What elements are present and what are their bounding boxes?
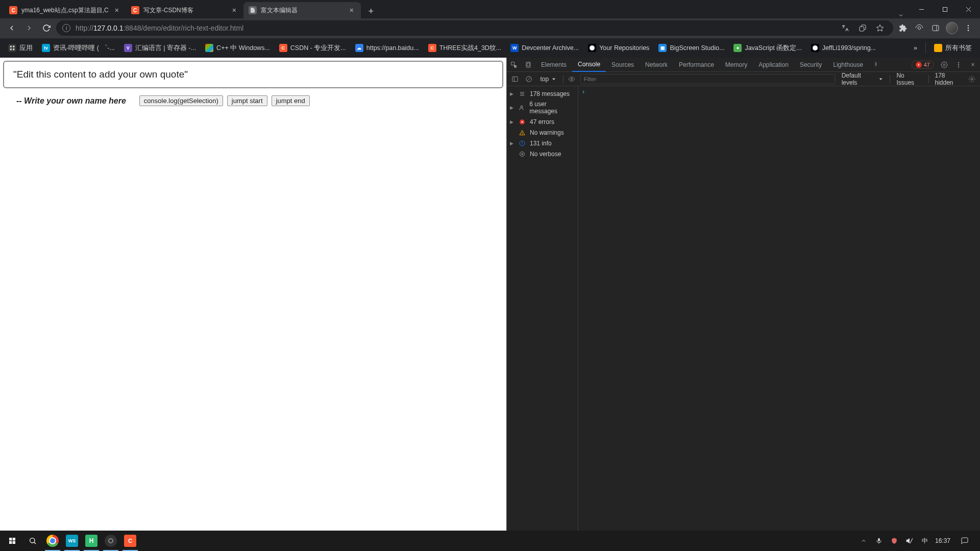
extensions-icon[interactable] bbox=[895, 20, 911, 36]
minimize-button[interactable] bbox=[910, 0, 933, 18]
taskbar-app-obs[interactable] bbox=[101, 531, 120, 551]
favicon bbox=[249, 6, 257, 14]
live-expression-icon[interactable] bbox=[567, 76, 577, 83]
close-icon[interactable]: × bbox=[230, 6, 238, 14]
maximize-button[interactable] bbox=[933, 0, 957, 18]
bookmark-overflow-icon[interactable]: » bbox=[910, 42, 921, 54]
bookmark-star-icon[interactable] bbox=[873, 21, 887, 35]
log-selection-button[interactable]: console.log(getSelection) bbox=[139, 95, 223, 106]
sidebar-row-info[interactable]: ▶131 info bbox=[507, 138, 578, 148]
profile-avatar[interactable] bbox=[944, 20, 960, 36]
console-sidebar-toggle-icon[interactable] bbox=[510, 76, 521, 83]
tray-clock[interactable]: 16:37 bbox=[935, 537, 950, 544]
sidebar-row-messages[interactable]: ▶178 messages bbox=[507, 88, 578, 99]
tab-0[interactable]: C yma16_web站点,csp算法题目,C × bbox=[4, 2, 126, 18]
side-panel-icon[interactable] bbox=[928, 20, 943, 36]
author-text[interactable]: -- Write your own name here bbox=[16, 96, 126, 106]
close-icon[interactable]: × bbox=[113, 6, 121, 14]
close-icon[interactable]: × bbox=[348, 6, 356, 14]
sidebar-row-verbose[interactable]: No verbose bbox=[507, 148, 578, 159]
devtools-menu-icon[interactable] bbox=[951, 61, 966, 68]
tray-mic-icon[interactable] bbox=[874, 536, 884, 546]
device-toggle-icon[interactable] bbox=[521, 61, 535, 68]
devtools-tab-network[interactable]: Network bbox=[640, 58, 673, 72]
devtools-settings-icon[interactable] bbox=[937, 61, 951, 68]
jump-start-button[interactable]: jumpt start bbox=[227, 95, 267, 106]
tray-ime[interactable]: 中 bbox=[920, 536, 930, 546]
bookmark-item[interactable]: CTHREE实战4_3D纹... bbox=[424, 42, 506, 55]
bookmark-item[interactable]: CCSDN - 专业开发... bbox=[275, 42, 350, 55]
reload-button[interactable] bbox=[39, 20, 54, 36]
taskbar-app-chrome[interactable] bbox=[43, 531, 62, 551]
bookmark-item[interactable]: ▣BigScreen Studio... bbox=[654, 42, 728, 54]
address-bar[interactable]: i http://127.0.0.1:8848/demo/editor/rich… bbox=[56, 20, 893, 36]
taskbar-app-csdn[interactable]: C bbox=[120, 531, 140, 551]
devtools-tab-application[interactable]: Application bbox=[753, 58, 794, 72]
tray-security-icon[interactable] bbox=[889, 536, 899, 546]
svg-rect-18 bbox=[527, 63, 530, 66]
back-button[interactable] bbox=[4, 20, 19, 36]
devtools-tab-sources[interactable]: Sources bbox=[606, 58, 640, 72]
log-levels-selector[interactable]: Default levels bbox=[842, 72, 884, 86]
action-center-icon[interactable] bbox=[955, 531, 974, 551]
devtools-tab-performance[interactable]: Performance bbox=[673, 58, 720, 72]
share-icon[interactable] bbox=[855, 21, 870, 35]
forward-button[interactable] bbox=[21, 20, 37, 36]
devtools-tab-console[interactable]: Console bbox=[572, 58, 606, 72]
svg-point-22 bbox=[958, 66, 959, 67]
devtools-tab-elements[interactable]: Elements bbox=[535, 58, 572, 72]
close-window-button[interactable] bbox=[957, 0, 980, 18]
all-bookmarks-button[interactable]: 所有书签 bbox=[930, 42, 976, 55]
url-text: http://127.0.0.1:8848/demo/editor/rich-t… bbox=[76, 24, 243, 32]
more-tabs-icon[interactable] bbox=[869, 62, 883, 68]
svg-point-20 bbox=[958, 62, 959, 63]
quote-text: "Edit this content to add your own quote… bbox=[13, 69, 188, 80]
svg-line-53 bbox=[910, 538, 913, 543]
bookmark-item[interactable]: JeffLi1993/spring... bbox=[807, 42, 880, 54]
issues-count[interactable]: No Issues bbox=[896, 72, 922, 86]
sidebar-row-warnings[interactable]: No warnings bbox=[507, 127, 578, 138]
bookmark-item[interactable]: ☁https://pan.baidu... bbox=[351, 42, 423, 54]
menu-icon[interactable] bbox=[961, 20, 976, 36]
bookmark-item[interactable]: ●JavaScript 函数定... bbox=[729, 42, 805, 55]
start-button[interactable] bbox=[2, 531, 22, 551]
svg-rect-12 bbox=[10, 46, 12, 48]
bookmark-item[interactable]: WDevcenter Archive... bbox=[506, 42, 583, 54]
hidden-messages-count[interactable]: 178 hidden bbox=[935, 72, 963, 86]
devtools-close-icon[interactable]: × bbox=[966, 61, 980, 68]
context-selector[interactable]: top bbox=[537, 74, 560, 84]
svg-point-28 bbox=[571, 78, 573, 80]
console-settings-icon[interactable] bbox=[966, 76, 977, 83]
tab-1[interactable]: C 写文章-CSDN博客 × bbox=[126, 2, 243, 18]
sidebar-row-user[interactable]: ▶6 user messages bbox=[507, 99, 578, 116]
console-output[interactable]: › bbox=[578, 86, 980, 531]
bookmark-item[interactable]: C++ 中 Windows... bbox=[201, 42, 274, 55]
filter-input[interactable] bbox=[580, 74, 836, 84]
taskbar-app-hbuilder[interactable]: H bbox=[82, 531, 101, 551]
tab-dropdown-icon[interactable] bbox=[892, 12, 910, 18]
tab-strip: C yma16_web站点,csp算法题目,C × C 写文章-CSDN博客 ×… bbox=[0, 0, 892, 18]
devtools-tab-memory[interactable]: Memory bbox=[720, 58, 753, 72]
tray-chevron-icon[interactable] bbox=[859, 536, 869, 546]
tab-2[interactable]: 富文本编辑器 × bbox=[243, 2, 361, 18]
taskbar-app-webstorm[interactable]: WS bbox=[62, 531, 82, 551]
bookmark-apps[interactable]: 应用 bbox=[4, 42, 37, 55]
tray-volume-icon[interactable] bbox=[904, 536, 915, 546]
bookmark-item[interactable]: tv资讯-哔哩哔哩 ( ゜-... bbox=[38, 42, 119, 55]
sidebar-row-errors[interactable]: ▶47 errors bbox=[507, 116, 578, 127]
jump-end-button[interactable]: jumpt end bbox=[272, 95, 310, 106]
devtools-tab-security[interactable]: Security bbox=[794, 58, 827, 72]
search-button[interactable] bbox=[22, 531, 43, 551]
bookmark-item[interactable]: Your Repositories bbox=[584, 42, 653, 54]
inspect-element-icon[interactable] bbox=[507, 61, 521, 68]
devtools-tab-lighthouse[interactable]: Lighthouse bbox=[827, 58, 869, 72]
error-count-badge[interactable]: ×47 bbox=[912, 61, 934, 69]
editable-quote-box[interactable]: "Edit this content to add your own quote… bbox=[3, 61, 503, 88]
svg-point-10 bbox=[968, 28, 969, 29]
clear-console-icon[interactable] bbox=[524, 76, 534, 83]
site-info-icon[interactable]: i bbox=[62, 24, 70, 32]
bookmark-item[interactable]: V汇编语言 | 寄存器 -... bbox=[120, 42, 200, 55]
new-tab-button[interactable]: + bbox=[364, 4, 378, 18]
translate-icon[interactable] bbox=[838, 21, 852, 35]
extension-icon[interactable] bbox=[912, 20, 927, 36]
